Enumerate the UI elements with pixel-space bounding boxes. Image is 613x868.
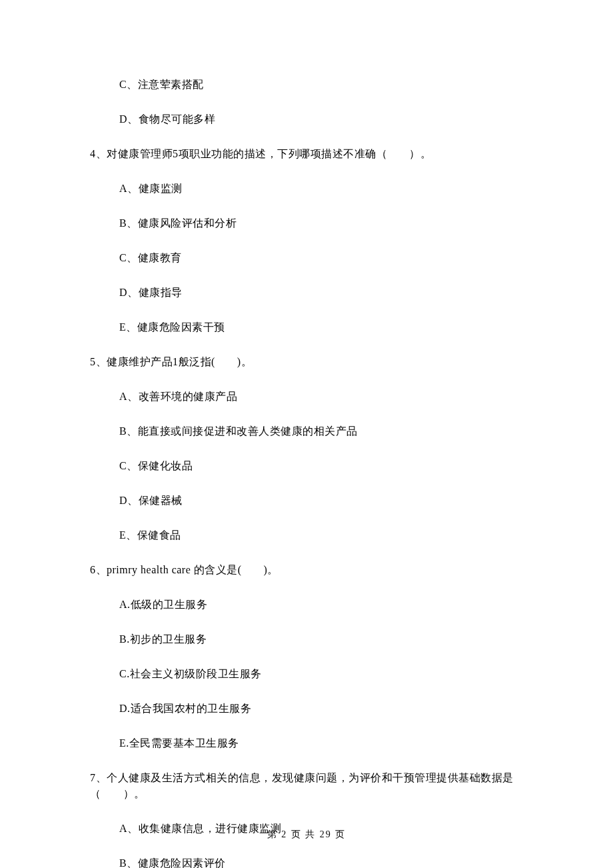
option-label: B、	[119, 857, 138, 868]
question-stem: 4、对健康管理师5项职业功能的描述，下列哪项描述不准确（ ）。	[90, 146, 523, 162]
option-text: 健康指导	[139, 287, 183, 298]
option-label: A.	[119, 599, 131, 610]
option-label: C、	[119, 460, 138, 471]
option-label: B.	[119, 633, 130, 645]
option-text: 保健化妆品	[138, 460, 193, 471]
option-text: 健康教育	[138, 252, 182, 263]
option-item: B、健康风险评估和分析	[119, 215, 523, 231]
option-item: A.低级的卫生服务	[119, 597, 523, 613]
page-footer: 第 2 页 共 29 页	[0, 827, 613, 841]
option-label: B、	[119, 425, 138, 437]
option-label: C、	[119, 252, 138, 263]
option-text: 食物尽可能多样	[139, 113, 216, 125]
page-content: C、注意荤素搭配 D、食物尽可能多样 4、对健康管理师5项职业功能的描述，下列哪…	[0, 0, 613, 868]
option-text: 健康风险评估和分析	[138, 217, 237, 229]
option-item: E、健康危险因素干预	[119, 319, 523, 335]
option-text: 注意荤素搭配	[138, 79, 204, 90]
option-item: B、健康危险因素评价	[119, 855, 523, 868]
question-text: primry health care 的含义是( )。	[107, 564, 279, 575]
option-item: D.适合我国农村的卫生服务	[119, 701, 523, 717]
option-label: E、	[119, 321, 137, 333]
option-item: C、健康教育	[119, 250, 523, 266]
option-label: B、	[119, 217, 138, 229]
question-number: 4、	[90, 148, 107, 159]
option-item: C.社会主义初级阶段卫生服务	[119, 666, 523, 682]
option-label: D、	[119, 113, 139, 125]
option-text: 保健食品	[137, 529, 181, 541]
question-number: 5、	[90, 356, 107, 367]
question-stem: 7、个人健康及生活方式相关的信息，发现健康问题，为评价和干预管理提供基础数据是（…	[90, 770, 523, 802]
question-number: 6、	[90, 564, 107, 575]
option-text: 社会主义初级阶段卫生服务	[130, 668, 262, 679]
question-number: 7、	[90, 772, 107, 783]
option-text: 全民需要基本卫生服务	[129, 737, 239, 749]
option-text: 能直接或间接促进和改善人类健康的相关产品	[138, 425, 358, 437]
option-item: B、能直接或间接促进和改善人类健康的相关产品	[119, 423, 523, 439]
option-label: A、	[119, 391, 139, 402]
option-text: 改善环境的健康产品	[139, 391, 238, 402]
option-label: D、	[119, 495, 139, 506]
option-item: D、食物尽可能多样	[119, 111, 523, 127]
option-text: 适合我国农村的卫生服务	[131, 703, 252, 714]
option-item: A、改善环境的健康产品	[119, 389, 523, 405]
option-text: 健康危险因素评价	[138, 857, 226, 868]
option-label: C.	[119, 668, 130, 679]
option-text: 低级的卫生服务	[131, 599, 208, 610]
option-item: D、健康指导	[119, 285, 523, 301]
option-text: 初步的卫生服务	[130, 633, 207, 645]
option-label: D、	[119, 287, 139, 298]
option-item: C、保健化妆品	[119, 458, 523, 474]
option-label: E、	[119, 529, 137, 541]
option-label: A、	[119, 183, 139, 194]
option-text: 健康监测	[139, 183, 183, 194]
option-text: 健康危险因素干预	[137, 321, 225, 333]
option-item: E.全民需要基本卫生服务	[119, 735, 523, 751]
option-item: A、健康监测	[119, 181, 523, 197]
question-text: 对健康管理师5项职业功能的描述，下列哪项描述不准确（ ）。	[107, 148, 431, 159]
question-text: 个人健康及生活方式相关的信息，发现健康问题，为评价和干预管理提供基础数据是（ ）…	[90, 772, 514, 799]
option-label: E.	[119, 737, 129, 749]
question-text: 健康维护产品1般泛指( )。	[107, 356, 252, 367]
option-item: D、保健器械	[119, 493, 523, 509]
option-item: C、注意荤素搭配	[119, 77, 523, 93]
question-stem: 6、primry health care 的含义是( )。	[90, 562, 523, 578]
option-item: E、保健食品	[119, 527, 523, 543]
question-stem: 5、健康维护产品1般泛指( )。	[90, 354, 523, 370]
option-item: B.初步的卫生服务	[119, 631, 523, 647]
option-label: D.	[119, 703, 131, 714]
option-text: 保健器械	[139, 495, 183, 506]
option-label: C、	[119, 79, 138, 90]
